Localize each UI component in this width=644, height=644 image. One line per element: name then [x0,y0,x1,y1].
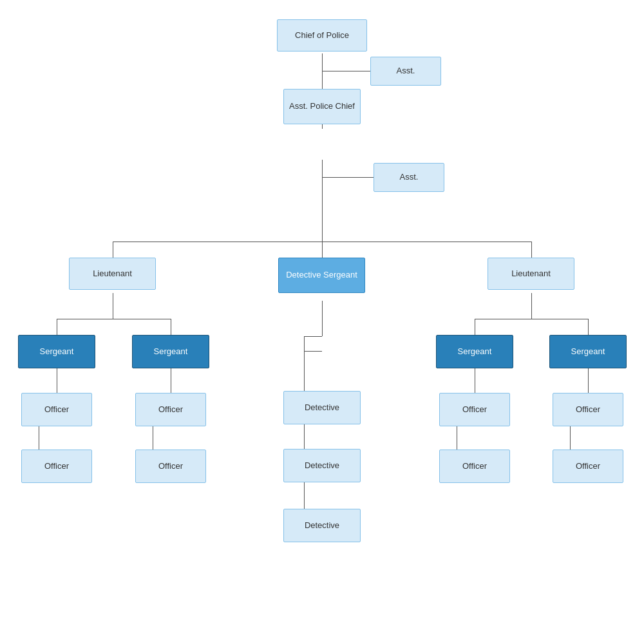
asst1-node: Asst. [370,57,441,86]
connector [475,368,475,394]
lieutenant-right-node: Lieutenant [488,258,574,290]
org-chart: Chief of Police Asst. Asst. Police Chief… [0,0,644,644]
asst2-node: Asst. [374,163,444,192]
asst-police-chief-node: Asst. Police Chief [283,89,361,124]
connector [475,319,531,319]
connector [57,368,57,394]
connector [322,242,323,258]
connector [57,319,57,335]
connector [322,195,323,242]
sergeant-ll-node: Sergeant [18,335,95,368]
connector [113,319,171,319]
connector [113,242,113,258]
connector [531,242,532,258]
detective2-node: Detective [283,449,361,482]
connector [475,319,475,335]
connector [322,71,370,71]
connector [57,319,113,319]
connector [588,368,589,394]
connector [588,319,589,335]
connector [531,319,588,319]
officer-lr2-node: Officer [135,450,206,483]
chief-of-police-node: Chief of Police [277,19,367,52]
officer-ll2-node: Officer [21,450,92,483]
sergeant-lr-node: Sergeant [132,335,209,368]
officer-rl1-node: Officer [439,393,510,426]
connector [304,351,322,352]
officer-lr1-node: Officer [135,393,206,426]
sergeant-rl-node: Sergeant [436,335,513,368]
connector [531,293,532,319]
officer-rr2-node: Officer [553,450,623,483]
connector [304,336,322,337]
detective1-node: Detective [283,391,361,424]
officer-rl2-node: Officer [439,450,510,483]
connector [113,293,113,319]
sergeant-rr-node: Sergeant [549,335,627,368]
connector [322,242,531,242]
connector [171,368,171,394]
officer-ll1-node: Officer [21,393,92,426]
officer-rr1-node: Officer [553,393,623,426]
connector [171,319,171,335]
lieutenant-left-node: Lieutenant [69,258,156,290]
connector [113,242,322,242]
connector [322,177,374,178]
detective3-node: Detective [283,509,361,542]
connector [322,301,323,336]
detective-sergeant-node: Detective Sergeant [278,258,365,293]
